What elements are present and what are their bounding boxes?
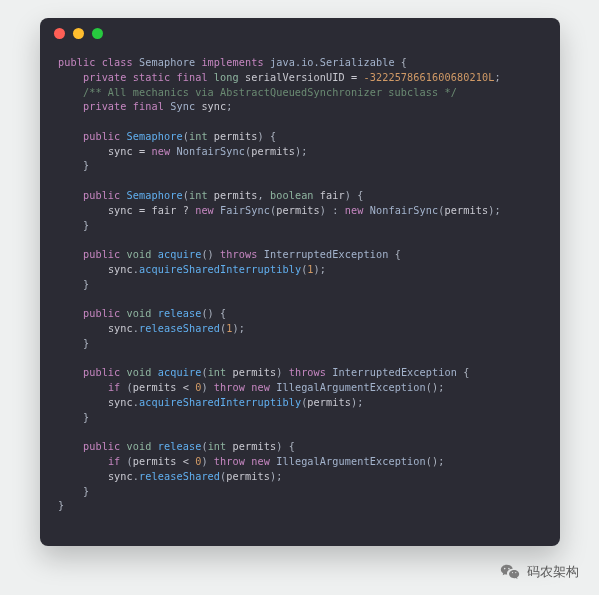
code-token: releaseShared — [139, 323, 220, 334]
code-token: InterruptedException — [332, 367, 457, 378]
code-token: serialVersionUID — [245, 72, 345, 83]
code-token: sync — [108, 323, 133, 334]
code-token: ); — [270, 471, 282, 482]
code-token: IllegalArgumentException — [276, 456, 426, 467]
code-token: , — [258, 190, 270, 201]
code-token — [58, 338, 83, 349]
code-token — [58, 367, 83, 378]
code-token: int — [208, 367, 227, 378]
code-token: -3222578661600680210L — [363, 72, 494, 83]
code-token — [58, 146, 108, 157]
code-token: ( — [120, 382, 132, 393]
code-line: public Semaphore(int permits, boolean fa… — [58, 189, 542, 204]
code-token — [58, 190, 83, 201]
code-token: } — [83, 412, 89, 423]
code-token — [58, 101, 83, 112]
code-token: < — [176, 456, 195, 467]
code-line: sync.releaseShared(permits); — [58, 470, 542, 485]
code-token: NonfairSync — [370, 205, 439, 216]
code-token — [58, 486, 83, 497]
code-token: ( — [120, 456, 132, 467]
code-token: new — [152, 146, 171, 157]
code-token: ; — [226, 101, 232, 112]
zoom-icon[interactable] — [92, 28, 103, 39]
code-token — [58, 87, 83, 98]
code-token: new — [251, 456, 270, 467]
code-token: releaseShared — [139, 471, 220, 482]
code-token: permits — [133, 456, 177, 467]
code-editor[interactable]: public class Semaphore implements java.i… — [40, 48, 560, 532]
code-token: () { — [201, 308, 226, 319]
minimize-icon[interactable] — [73, 28, 84, 39]
code-token: fair — [152, 205, 177, 216]
code-token: sync — [108, 397, 133, 408]
code-token — [58, 412, 83, 423]
code-token: release — [158, 308, 202, 319]
code-token: int — [189, 131, 208, 142]
code-token — [58, 72, 83, 83]
code-token — [58, 205, 108, 216]
code-token — [58, 397, 108, 408]
code-token: public — [83, 308, 120, 319]
code-token: { — [388, 249, 400, 260]
code-token: Semaphore — [139, 57, 195, 68]
code-token — [58, 456, 108, 467]
code-token: ); — [488, 205, 500, 216]
code-token: Sync — [170, 101, 195, 112]
code-token: Semaphore — [127, 190, 183, 201]
code-token: sync — [108, 205, 133, 216]
code-token: if — [108, 382, 120, 393]
code-token: (); — [426, 382, 445, 393]
code-line: sync = new NonfairSync(permits); — [58, 145, 542, 160]
code-line: private static final long serialVersionU… — [58, 71, 542, 86]
wechat-icon — [499, 561, 521, 583]
code-line: if (permits < 0) throw new IllegalArgume… — [58, 455, 542, 470]
code-token: acquire — [158, 367, 202, 378]
code-token: permits — [276, 205, 320, 216]
code-token — [58, 308, 83, 319]
code-token: acquire — [158, 249, 202, 260]
code-line: } — [58, 159, 542, 174]
close-icon[interactable] — [54, 28, 65, 39]
code-token: permits — [226, 367, 276, 378]
code-token: = — [133, 205, 152, 216]
code-token: sync — [108, 146, 133, 157]
code-window: public class Semaphore implements java.i… — [40, 18, 560, 546]
code-line — [58, 426, 542, 441]
code-token: NonfairSync — [176, 146, 245, 157]
code-token — [58, 279, 83, 290]
code-token: public — [83, 190, 120, 201]
code-token: /** All mechanics via AbstractQueuedSync… — [83, 87, 457, 98]
code-line: public void acquire() throws Interrupted… — [58, 248, 542, 263]
code-token: static — [133, 72, 170, 83]
code-token: public — [83, 441, 120, 452]
code-line: sync.acquireSharedInterruptibly(1); — [58, 263, 542, 278]
code-line: public void release(int permits) { — [58, 440, 542, 455]
code-token: } — [83, 279, 89, 290]
code-token: ? — [176, 205, 195, 216]
code-token: if — [108, 456, 120, 467]
code-token: ) : — [320, 205, 345, 216]
code-line: } — [58, 485, 542, 500]
code-line: public class Semaphore implements java.i… — [58, 56, 542, 71]
code-token: fair — [314, 190, 345, 201]
code-token: permits — [445, 205, 489, 216]
code-token: ; — [494, 72, 500, 83]
code-token: public — [83, 367, 120, 378]
code-token: sync — [108, 264, 133, 275]
code-token: void — [127, 308, 152, 319]
code-token: } — [83, 338, 89, 349]
code-token: ); — [233, 323, 245, 334]
code-token: private — [83, 101, 127, 112]
code-token: class — [102, 57, 133, 68]
code-line: } — [58, 278, 542, 293]
code-line: sync.acquireSharedInterruptibly(permits)… — [58, 396, 542, 411]
code-token: } — [83, 160, 89, 171]
code-token: permits — [208, 131, 258, 142]
code-token — [58, 264, 108, 275]
code-token: = — [345, 72, 364, 83]
code-token — [58, 131, 83, 142]
code-token: ) { — [276, 441, 295, 452]
code-token: { — [395, 57, 407, 68]
code-token: final — [133, 101, 164, 112]
